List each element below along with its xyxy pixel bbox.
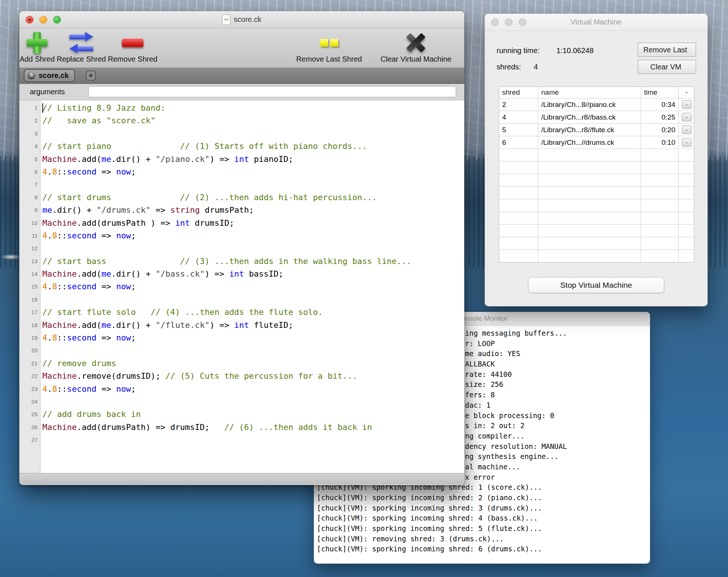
cell-shred-time: 0:10 <box>641 136 678 149</box>
code-line[interactable]: Machine.add(drumsPath ) => int drumsID; <box>42 217 464 229</box>
code-line[interactable]: Machine.remove(drumsID); // (5) Cuts the… <box>42 370 464 382</box>
cell-empty <box>499 187 538 199</box>
shred-table-row[interactable]: 5/Library/Ch...r8//flute.ck0:20- <box>499 123 694 136</box>
editor-toolbar: Add ShredReplace ShredRemove ShredRemove… <box>19 28 464 68</box>
code-line[interactable]: // start flute solo // (4) ...then adds … <box>42 306 464 319</box>
cell-empty <box>538 162 641 174</box>
cell-empty <box>678 162 695 174</box>
code-line[interactable]: Machine.add(me.dir() + "/flute.ck") => i… <box>42 319 464 332</box>
code-line[interactable]: // save as "score.ck" <box>42 114 464 127</box>
minimize-button[interactable] <box>505 18 513 26</box>
line-number: 19 <box>19 332 40 344</box>
code-line[interactable]: // Listing 8.9 Jazz band: <box>42 102 464 114</box>
toolbar-button-label: Remove Last Shred <box>296 55 362 63</box>
line-number-gutter: 1234567891011121314151617181920212223242… <box>19 100 40 473</box>
toolbar-button-replace-shred[interactable]: Replace Shred <box>57 30 106 63</box>
header-name: name <box>538 87 641 98</box>
vm-title-bar[interactable]: Virtual Machine <box>485 14 708 31</box>
toolbar-button-add-shred[interactable]: Add Shred <box>20 30 55 63</box>
code-line[interactable]: Machine.add(drumsPath) => drumsID; // (6… <box>42 421 464 434</box>
code-line[interactable]: me.dir() + "/drums.ck" => string drumsPa… <box>42 204 464 216</box>
cell-empty <box>641 250 678 262</box>
clear-vm-button[interactable]: Clear VM <box>638 60 696 74</box>
cell-shred-id: 2 <box>499 98 538 111</box>
vm-content: running time: 1:10.06248 shreds: 4 Remov… <box>485 31 708 306</box>
tab-close-icon[interactable] <box>27 72 35 79</box>
toolbar-button-remove-shred[interactable]: Remove Shred <box>108 30 157 63</box>
cell-empty <box>641 174 678 186</box>
code-line[interactable]: 4.8::second => now; <box>42 332 464 344</box>
code-text[interactable]: // Listing 8.9 Jazz band:// save as "sco… <box>40 100 464 473</box>
cell-empty <box>499 149 538 161</box>
code-editor[interactable]: 1234567891011121314151617181920212223242… <box>19 100 464 473</box>
editor-title-bar[interactable]: => score.ck <box>19 11 464 28</box>
code-line[interactable]: Machine.add(me.dir() + "/bass.ck") => in… <box>42 268 464 280</box>
code-line[interactable] <box>42 434 464 446</box>
cell-empty <box>678 212 695 224</box>
cell-empty <box>499 237 538 250</box>
code-line[interactable] <box>42 395 464 408</box>
zoom-button[interactable] <box>519 18 526 26</box>
cell-empty <box>641 149 678 161</box>
remove-last-button[interactable]: Remove Last <box>638 43 696 57</box>
code-line[interactable]: 4.8::second => now; <box>42 166 464 178</box>
remove-shred-icon <box>122 30 143 55</box>
code-line[interactable] <box>42 178 464 191</box>
code-line[interactable]: // start piano // (1) Starts off with pi… <box>42 140 464 153</box>
code-line[interactable] <box>42 344 464 357</box>
console-line: [chuck](VM): removing shred: 3 (drums.ck… <box>314 534 650 544</box>
code-line[interactable]: 4.8::second => now; <box>42 229 464 242</box>
tab-score-ck[interactable]: score.ck <box>24 69 75 82</box>
cell-shred-id: 5 <box>499 124 538 136</box>
code-line[interactable] <box>42 293 464 306</box>
code-line[interactable]: // start drums // (2) ...then adds hi-ha… <box>42 191 464 204</box>
cell-shred-id: 6 <box>499 136 538 149</box>
code-line[interactable]: 4.8::second => now; <box>42 383 464 395</box>
remove-shred-row-button[interactable]: - <box>682 138 692 147</box>
cell-empty <box>678 174 695 186</box>
new-tab-button[interactable]: + <box>86 71 96 81</box>
line-number: 16 <box>19 293 40 306</box>
cell-empty <box>678 237 695 250</box>
header-shred: shred <box>499 87 538 98</box>
cell-empty <box>641 162 678 174</box>
remove-shred-cell: - <box>678 98 695 111</box>
zoom-button[interactable] <box>53 16 61 23</box>
cell-empty <box>678 149 695 161</box>
code-line[interactable]: 4.8::second => now; <box>42 280 464 293</box>
arguments-row: arguments <box>19 84 464 100</box>
close-button-edited[interactable] <box>26 16 33 23</box>
remove-shred-row-button[interactable]: - <box>682 113 692 121</box>
line-number: 12 <box>19 242 40 255</box>
shred-table-row <box>499 250 694 262</box>
code-line[interactable]: // remove drums <box>42 357 464 370</box>
stop-virtual-machine-button[interactable]: Stop Virtual Machine <box>528 277 664 293</box>
code-line[interactable]: // add drums back in <box>42 408 464 421</box>
console-line: [chuck](VM): sporking incoming shred: 5 … <box>314 524 650 534</box>
arguments-input[interactable] <box>88 86 456 97</box>
shred-table-row[interactable]: 4/Library/Ch...r8//bass.ck0:25- <box>499 111 694 123</box>
cell-empty <box>538 250 641 262</box>
code-line[interactable] <box>42 242 464 255</box>
toolbar-button-remove-last-shred[interactable]: Remove Last Shred <box>296 30 362 63</box>
toolbar-button-clear-virtual-machine[interactable]: Clear Virtual Machine <box>381 30 452 63</box>
shred-table-header: shrednametime- <box>499 87 694 98</box>
shreds-label: shreds: <box>497 63 521 71</box>
shred-table-row <box>499 149 694 161</box>
remove-shred-row-button[interactable]: - <box>682 100 692 109</box>
minimize-button[interactable] <box>39 16 47 23</box>
code-line[interactable] <box>42 127 464 140</box>
virtual-machine-window: Virtual Machine running time: 1:10.06248… <box>485 14 708 306</box>
code-line[interactable]: Machine.add(me.dir() + "/piano.ck") => i… <box>42 153 464 166</box>
shred-table-row[interactable]: 2/Library/Ch...8//piano.ck0:34- <box>499 98 694 111</box>
add-shred-icon <box>27 30 48 55</box>
line-number: 14 <box>19 268 40 280</box>
cell-shred-time: 0:34 <box>641 98 678 111</box>
line-number: 4 <box>19 140 40 153</box>
close-button[interactable] <box>491 18 499 26</box>
shred-table-row[interactable]: 6/Library/Ch...//drums.ck0:10- <box>499 136 694 149</box>
console-line: [chuck](VM): sporking incoming shred: 6 … <box>314 544 650 554</box>
cell-empty <box>499 250 538 262</box>
remove-shred-row-button[interactable]: - <box>682 125 692 134</box>
code-line[interactable]: // start bass // (3) ...then adds in the… <box>42 255 464 268</box>
